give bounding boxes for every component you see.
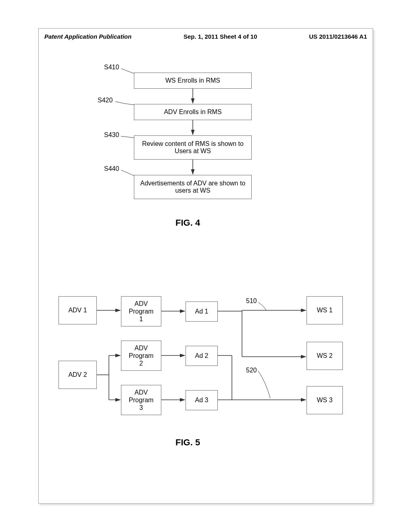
fig4-step-s430: Review content of RMS is shown to Users …	[134, 135, 252, 160]
fig5-prog3-line2: Program	[129, 396, 153, 404]
fig5-prog1-line2: Program	[129, 308, 153, 315]
fig5-ws3-text: WS 3	[317, 397, 332, 404]
fig5-adv2: ADV 2	[58, 361, 97, 389]
fig4-s420-text: ADV Enrolls in RMS	[164, 108, 221, 116]
fig5-prog1-line3: 1	[140, 315, 143, 323]
fig5-prog3: ADV Program 3	[121, 385, 161, 415]
fig4-step-s410: WS Enrolls in RMS	[134, 73, 252, 89]
fig4-s420-ref: S420	[98, 97, 113, 104]
fig5-prog2-line1: ADV	[135, 344, 148, 352]
fig5-prog3-line1: ADV	[135, 389, 148, 396]
fig5-prog1: ADV Program 1	[121, 296, 161, 326]
fig5-prog2: ADV Program 2	[121, 341, 161, 371]
fig5-ws1: WS 1	[307, 296, 343, 324]
fig5-ad3: Ad 3	[186, 390, 218, 410]
fig5-ad1-text: Ad 1	[195, 308, 209, 315]
fig5-prog2-line2: Program	[129, 352, 153, 360]
header-mid: Sep. 1, 2011 Sheet 4 of 10	[184, 33, 257, 40]
fig5-adv1-text: ADV 1	[68, 307, 87, 314]
fig5-ad3-text: Ad 3	[195, 397, 209, 404]
fig5-ws3: WS 3	[307, 386, 343, 414]
fig4-s430-text: Review content of RMS is shown to Users …	[136, 140, 250, 155]
fig4-label: FIG. 4	[175, 218, 200, 228]
fig5-ad2: Ad 2	[186, 346, 218, 366]
fig5-ws1-text: WS 1	[317, 307, 332, 314]
fig5-prog2-line3: 2	[140, 360, 143, 367]
page-header: Patent Application Publication Sep. 1, 2…	[44, 33, 367, 40]
fig5-ref-510: 510	[246, 297, 257, 305]
fig5-prog3-line3: 3	[140, 404, 143, 411]
page-border	[38, 28, 373, 504]
fig5-ws2-text: WS 2	[317, 352, 332, 360]
fig4-step-s420: ADV Enrolls in RMS	[134, 104, 252, 120]
fig4-s410-ref: S410	[104, 64, 119, 71]
header-right: US 2011/0213646 A1	[309, 33, 367, 40]
fig5-ref-520: 520	[246, 367, 257, 374]
fig4-s430-ref: S430	[104, 131, 119, 139]
fig4-s410-text: WS Enrolls in RMS	[165, 77, 220, 84]
header-left: Patent Application Publication	[44, 33, 131, 40]
fig4-step-s440: Advertisements of ADV are shown to users…	[134, 175, 252, 199]
fig5-ws2: WS 2	[307, 342, 343, 370]
fig5-label: FIG. 5	[175, 437, 200, 448]
fig5-ad1: Ad 1	[186, 301, 218, 322]
fig5-adv1: ADV 1	[58, 296, 97, 324]
fig5-ad2-text: Ad 2	[195, 352, 209, 360]
fig5-prog1-line1: ADV	[135, 300, 148, 308]
fig4-s440-text: Advertisements of ADV are shown to users…	[136, 180, 250, 194]
fig4-s440-ref: S440	[104, 165, 119, 172]
fig5-adv2-text: ADV 2	[68, 371, 87, 378]
